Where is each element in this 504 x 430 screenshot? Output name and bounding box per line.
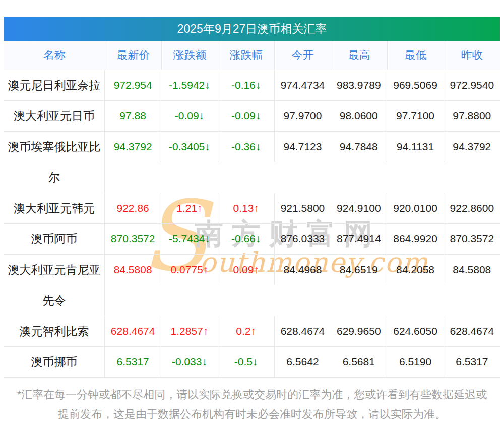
name-cell: 澳大利亚元肯尼亚先令	[4, 255, 105, 316]
cell-high: 84.6519	[331, 255, 387, 285]
header-latest: 最新价	[105, 41, 161, 70]
cell-open: 628.4674	[274, 316, 331, 346]
cell-prev-close: 628.4674	[444, 316, 500, 346]
cell-high: 983.9789	[331, 70, 387, 100]
row-value-cells: 84.5808 0.0775↑ 0.09↑ 84.4968 84.6519 84…	[105, 255, 500, 285]
cell-open: 921.5800	[274, 193, 331, 223]
table-row: 澳元尼日利亚奈拉 972.954 -1.5942↓ -0.16↓ 974.473…	[4, 70, 500, 101]
cell-latest: 6.5317	[105, 347, 161, 377]
row-values: 922.86 1.21↑ 0.13↑ 921.5800 924.9100 920…	[105, 193, 500, 224]
cell-low: 94.1131	[387, 132, 443, 162]
cell-latest: 972.954	[105, 70, 161, 100]
cell-prev-close: 922.8600	[444, 193, 500, 223]
cell-change-pct: 0.09↑	[218, 255, 274, 285]
cell-open: 876.0333	[274, 224, 331, 254]
cell-latest: 97.88	[105, 101, 161, 131]
cell-prev-close: 94.3792	[444, 132, 500, 162]
name-cell: 澳大利亚元日币	[4, 101, 105, 132]
header-change-pct: 涨跌幅	[218, 41, 274, 70]
cell-open: 84.4968	[274, 255, 331, 285]
row-values: 870.3572 -5.7434↓ -0.66↓ 876.0333 877.49…	[105, 224, 500, 255]
cell-change: -5.7434↓	[161, 224, 217, 254]
name-cell: 澳币埃塞俄比亚比尔	[4, 132, 105, 193]
row-value-cells: 972.954 -1.5942↓ -0.16↓ 974.4734 983.978…	[105, 70, 500, 101]
cell-prev-close: 870.3572	[444, 224, 500, 254]
table-row: 澳大利亚元肯尼亚先令 84.5808 0.0775↑ 0.09↑ 84.4968…	[4, 255, 500, 316]
row-value-cells: 922.86 1.21↑ 0.13↑ 921.5800 924.9100 920…	[105, 193, 500, 224]
table-body: 澳元尼日利亚奈拉 972.954 -1.5942↓ -0.16↓ 974.473…	[4, 70, 500, 378]
cell-latest: 870.3572	[105, 224, 161, 254]
cell-low: 97.7100	[387, 101, 443, 131]
cell-change: 0.0775↑	[161, 255, 217, 285]
header-name: 名称	[4, 41, 105, 70]
cell-high: 94.7848	[331, 132, 387, 162]
name-cell: 澳元智利比索	[4, 316, 105, 347]
cell-high: 6.5681	[331, 347, 387, 377]
name-cell: 澳元尼日利亚奈拉	[4, 70, 105, 101]
header-prev-close: 昨收	[444, 41, 500, 70]
cell-prev-close: 97.8800	[444, 101, 500, 131]
cell-prev-close: 6.5317	[444, 347, 500, 377]
cell-change-pct: 0.2↑	[218, 316, 274, 346]
cell-change-pct: -0.16↓	[218, 70, 274, 100]
row-value-cells: 94.3792 -0.3405↓ -0.36↓ 94.7123 94.7848 …	[105, 132, 500, 162]
row-values: 84.5808 0.0775↑ 0.09↑ 84.4968 84.6519 84…	[105, 255, 500, 316]
cell-change-pct: -0.66↓	[218, 224, 274, 254]
header-change: 涨跌额	[161, 41, 218, 70]
cell-low: 84.2058	[387, 255, 443, 285]
row-value-cells: 628.4674 1.2857↑ 0.2↑ 628.4674 629.9650 …	[105, 316, 500, 347]
page: 2025年9月27日澳币相关汇率 S 南方财富网 outhmoney.com 名…	[0, 0, 504, 424]
cell-change-pct: -0.5↓	[218, 347, 274, 377]
cell-latest: 628.4674	[105, 316, 161, 346]
cell-change: -0.09↓	[161, 101, 217, 131]
cell-change: -0.3405↓	[161, 132, 217, 162]
row-values: 628.4674 1.2857↑ 0.2↑ 628.4674 629.9650 …	[105, 316, 500, 347]
row-values: 94.3792 -0.3405↓ -0.36↓ 94.7123 94.7848 …	[105, 132, 500, 193]
row-filler	[105, 162, 500, 193]
row-value-cells: 6.5317 -0.033↓ -0.5↓ 6.5642 6.5681 6.519…	[105, 347, 500, 378]
cell-prev-close: 84.5808	[444, 255, 500, 285]
cell-latest: 922.86	[105, 193, 161, 223]
table-header-row: 名称 最新价 涨跌额 涨跌幅 今开 最高 最低 昨收	[4, 41, 500, 70]
cell-low: 6.5190	[387, 347, 443, 377]
cell-open: 974.4734	[274, 70, 331, 100]
name-cell: 澳大利亚元韩元	[4, 193, 105, 224]
table-row: 澳大利亚元韩元 922.86 1.21↑ 0.13↑ 921.5800 924.…	[4, 193, 500, 224]
cell-latest: 84.5808	[105, 255, 161, 285]
cell-high: 924.9100	[331, 193, 387, 223]
header-open: 今开	[274, 41, 331, 70]
rates-table-wrap: S 南方财富网 outhmoney.com 名称 最新价 涨跌额 涨跌幅 今开 …	[4, 41, 500, 378]
cell-high: 98.0600	[331, 101, 387, 131]
row-value-cells: 870.3572 -5.7434↓ -0.66↓ 876.0333 877.49…	[105, 224, 500, 255]
page-title: 2025年9月27日澳币相关汇率	[4, 17, 500, 41]
disclaimer-note: *汇率在每一分钟或都不尽相同，请以实际兑换或交易时的汇率为准，您或许看到有些数据…	[13, 385, 491, 424]
table-row: 澳币阿币 870.3572 -5.7434↓ -0.66↓ 876.0333 8…	[4, 224, 500, 255]
header-high: 最高	[331, 41, 387, 70]
cell-low: 969.5069	[387, 70, 443, 100]
rates-table: 名称 最新价 涨跌额 涨跌幅 今开 最高 最低 昨收 澳元尼日利亚奈拉 972.…	[4, 41, 500, 378]
cell-open: 94.7123	[274, 132, 331, 162]
cell-change: -1.5942↓	[161, 70, 217, 100]
row-values: 97.88 -0.09↓ -0.09↓ 97.9700 98.0600 97.7…	[105, 101, 500, 132]
table-row: 澳币挪币 6.5317 -0.033↓ -0.5↓ 6.5642 6.5681 …	[4, 347, 500, 378]
cell-open: 97.9700	[274, 101, 331, 131]
cell-change: -0.033↓	[161, 347, 217, 377]
cell-change-pct: -0.36↓	[218, 132, 274, 162]
table-row: 澳元智利比索 628.4674 1.2857↑ 0.2↑ 628.4674 62…	[4, 316, 500, 347]
cell-change-pct: -0.09↓	[218, 101, 274, 131]
cell-latest: 94.3792	[105, 132, 161, 162]
cell-change: 1.21↑	[161, 193, 217, 223]
row-values: 972.954 -1.5942↓ -0.16↓ 974.4734 983.978…	[105, 70, 500, 101]
cell-low: 920.0100	[387, 193, 443, 223]
cell-prev-close: 972.9540	[444, 70, 500, 100]
cell-low: 624.6050	[387, 316, 443, 346]
row-values: 6.5317 -0.033↓ -0.5↓ 6.5642 6.5681 6.519…	[105, 347, 500, 378]
name-cell: 澳币阿币	[4, 224, 105, 255]
cell-change: 1.2857↑	[161, 316, 217, 346]
cell-change-pct: 0.13↑	[218, 193, 274, 223]
row-filler	[105, 285, 500, 316]
row-value-cells: 97.88 -0.09↓ -0.09↓ 97.9700 98.0600 97.7…	[105, 101, 500, 132]
cell-high: 629.9650	[331, 316, 387, 346]
cell-low: 864.9920	[387, 224, 443, 254]
table-row: 澳币埃塞俄比亚比尔 94.3792 -0.3405↓ -0.36↓ 94.712…	[4, 132, 500, 193]
